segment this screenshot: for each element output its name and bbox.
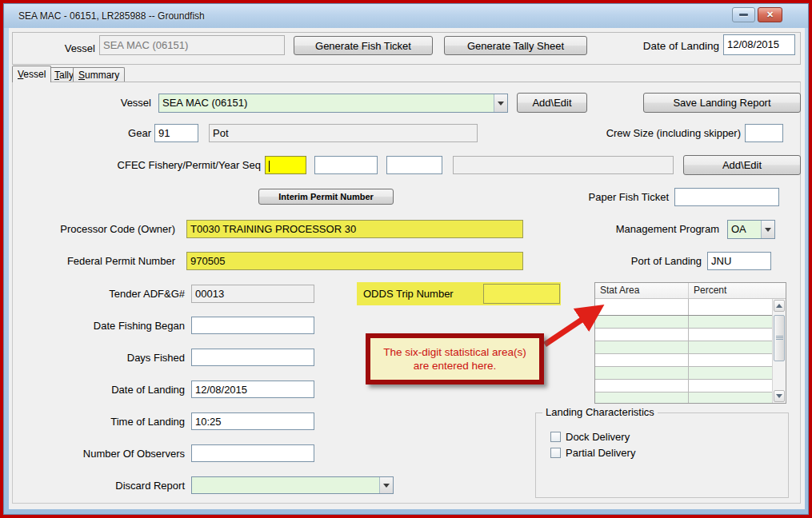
crew-size-field[interactable]: [745, 124, 783, 142]
stat-table-row: [595, 329, 772, 341]
percent-cell[interactable]: [689, 316, 772, 328]
stat-area-column-header[interactable]: Stat Area: [595, 283, 689, 298]
port-of-landing-label: Port of Landing: [601, 252, 702, 270]
dock-delivery-option[interactable]: Dock Delivery: [550, 430, 630, 443]
partial-delivery-checkbox[interactable]: [550, 448, 561, 458]
percent-cell[interactable]: [689, 299, 772, 315]
date-fishing-began-field[interactable]: [191, 317, 314, 334]
number-of-observers-field[interactable]: [191, 444, 314, 462]
discard-report-combo[interactable]: [191, 476, 394, 494]
stat-table-scrollbar[interactable]: [772, 299, 786, 403]
annotation-text: The six-digit statistical area(s) are en…: [370, 345, 539, 373]
stat-area-cell[interactable]: [595, 380, 689, 392]
stat-area-cell[interactable]: [595, 354, 689, 366]
percent-cell[interactable]: [689, 367, 772, 379]
cfec-fishery-field[interactable]: [265, 156, 306, 174]
scroll-up-button[interactable]: [774, 300, 785, 312]
stat-table-row: [595, 367, 772, 380]
generate-fish-ticket-button[interactable]: Generate Fish Ticket: [294, 36, 433, 55]
crew-size-label: Crew Size (including skipper): [561, 124, 741, 142]
header-date-of-landing-field[interactable]: 12/08/2015: [723, 34, 795, 55]
stat-area-table: Stat Area Percent: [594, 282, 786, 404]
title-bar[interactable]: SEA MAC - 06151, LR285988 -- Groundfish …: [4, 4, 808, 28]
save-landing-report-button[interactable]: Save Landing Report: [643, 93, 801, 113]
gear-code-field[interactable]: 91: [154, 124, 198, 142]
app-window: SEA MAC - 06151, LR285988 -- Groundfish …: [3, 3, 809, 515]
management-program-combo[interactable]: OA: [727, 220, 775, 239]
management-program-drop[interactable]: [761, 221, 774, 238]
number-of-observers-label: Number Of Observers: [25, 444, 185, 463]
stat-area-cell[interactable]: [595, 316, 689, 328]
port-of-landing-field[interactable]: JNU: [707, 252, 771, 270]
time-of-landing-label: Time of Landing: [41, 412, 185, 431]
interim-permit-number-button[interactable]: Interim Permit Number: [258, 189, 394, 205]
percent-cell[interactable]: [689, 341, 772, 353]
close-icon: ✕: [766, 10, 774, 20]
federal-permit-label: Federal Permit Number: [31, 252, 175, 270]
chevron-down-icon: [765, 228, 771, 232]
vessel-add-edit-button[interactable]: Add\Edit: [517, 93, 587, 113]
tender-adfg-label: Tender ADF&G#: [41, 285, 185, 303]
tab-vessel[interactable]: Vessel: [12, 66, 51, 82]
date-fishing-began-label: Date Fishing Began: [41, 317, 185, 335]
discard-report-drop[interactable]: [379, 477, 393, 493]
tab-summary[interactable]: Summary: [73, 67, 125, 82]
stat-area-cell[interactable]: [595, 392, 689, 404]
client-area: Vessel SEA MAC (06151) Generate Fish Tic…: [9, 28, 805, 509]
processor-code-label: Processor Code (Owner): [31, 220, 175, 238]
scrollbar-grip-icon: [776, 336, 783, 341]
landing-characteristics-group: Landing Characteristics Dock Delivery Pa…: [535, 412, 789, 498]
processor-code-field[interactable]: T0030 TRAINING PROCESSOR 30: [186, 220, 523, 238]
cfec-holder-field: [453, 156, 674, 174]
percent-cell[interactable]: [689, 380, 772, 392]
dock-delivery-checkbox[interactable]: [550, 432, 561, 442]
paper-fish-ticket-label: Paper Fish Ticket: [569, 188, 669, 206]
paper-fish-ticket-field[interactable]: [674, 188, 779, 206]
stat-table-row: [595, 392, 772, 404]
minimize-button[interactable]: [732, 7, 755, 22]
percent-cell[interactable]: [689, 329, 772, 341]
stat-area-cell[interactable]: [595, 367, 689, 379]
stat-area-cell[interactable]: [595, 299, 689, 315]
partial-delivery-option[interactable]: Partial Delivery: [550, 446, 635, 459]
scrollbar-thumb[interactable]: [774, 315, 785, 361]
days-fished-label: Days Fished: [41, 349, 185, 367]
partial-delivery-label: Partial Delivery: [566, 447, 635, 459]
vessel-combo[interactable]: SEA MAC (06151): [158, 94, 508, 113]
odds-trip-field[interactable]: [483, 284, 560, 304]
management-program-value: OA: [731, 223, 746, 235]
stat-area-cell[interactable]: [595, 329, 689, 341]
percent-cell[interactable]: [689, 354, 772, 366]
percent-column-header[interactable]: Percent: [689, 283, 786, 298]
date-of-landing-label: Date of Landing: [41, 381, 185, 399]
gear-label: Gear: [71, 124, 151, 142]
stat-area-cell[interactable]: [595, 341, 689, 353]
time-of-landing-field[interactable]: 10:25: [191, 412, 314, 430]
management-program-label: Management Program: [591, 220, 719, 238]
gear-name-field: Pot: [209, 124, 478, 142]
header-vessel-field: SEA MAC (06151): [99, 35, 285, 55]
stat-table-row: [595, 299, 772, 316]
stat-table-row: [595, 316, 772, 329]
dock-delivery-label: Dock Delivery: [566, 431, 630, 443]
vessel-combo-drop[interactable]: [494, 94, 507, 112]
cfec-year-seq-field[interactable]: [386, 156, 442, 174]
minimize-icon: [739, 14, 748, 16]
scroll-up-icon: [776, 304, 782, 308]
stat-table-row: [595, 341, 772, 354]
scroll-down-button[interactable]: [774, 390, 785, 402]
chevron-down-icon: [383, 484, 390, 488]
percent-cell[interactable]: [689, 392, 772, 404]
date-of-landing-field[interactable]: 12/08/2015: [191, 381, 314, 398]
close-button[interactable]: ✕: [758, 7, 782, 22]
header-date-of-landing-label: Date of Landing: [611, 37, 719, 55]
scroll-down-icon: [776, 394, 782, 398]
annotation-callout: The six-digit statistical area(s) are en…: [366, 333, 544, 385]
vessel-combo-value: SEA MAC (06151): [162, 97, 247, 109]
days-fished-field[interactable]: [191, 349, 314, 366]
tender-adfg-field: 00013: [191, 285, 314, 303]
cfec-permit-field[interactable]: [314, 156, 378, 174]
federal-permit-field[interactable]: 970505: [186, 252, 523, 270]
generate-tally-sheet-button[interactable]: Generate Tally Sheet: [444, 36, 587, 55]
cfec-add-edit-button[interactable]: Add\Edit: [683, 155, 801, 175]
